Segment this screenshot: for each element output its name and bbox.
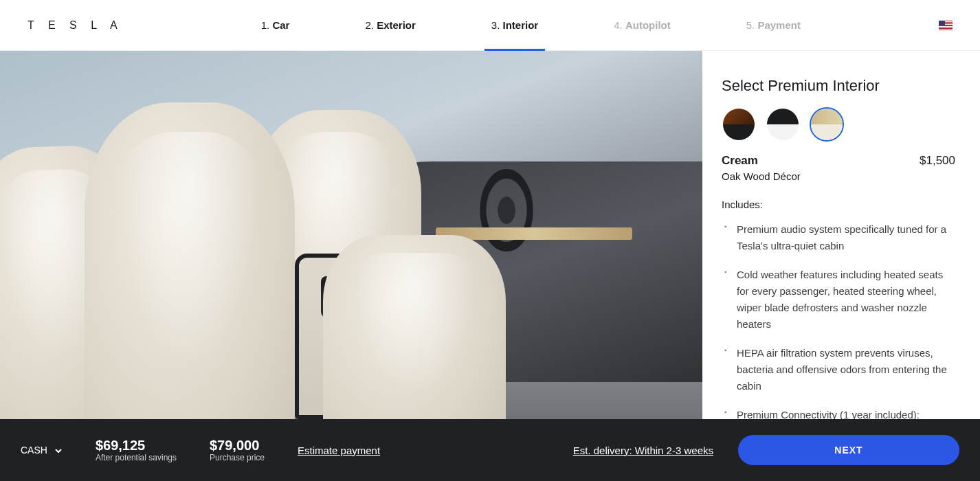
step-autopilot[interactable]: 4. Autopilot bbox=[607, 0, 678, 51]
feature-item: Premium audio system specifically tuned … bbox=[724, 221, 955, 254]
main-content: Select Premium Interior Cream $1,500 Oak… bbox=[0, 51, 980, 419]
payment-mode-dropdown[interactable]: CASH bbox=[21, 445, 63, 456]
includes-label: Includes: bbox=[722, 199, 955, 210]
footer-bar: CASH $69,125 After potential savings $79… bbox=[0, 419, 980, 481]
next-button[interactable]: NEXT bbox=[738, 435, 959, 465]
step-exterior[interactable]: 2. Exterior bbox=[358, 0, 422, 51]
feature-item: Cold weather features including heated s… bbox=[724, 267, 955, 333]
step-payment[interactable]: 5. Payment bbox=[739, 0, 808, 51]
delivery-estimate[interactable]: Est. delivery: Within 2-3 weeks bbox=[573, 445, 713, 456]
tesla-logo[interactable]: T E S L A bbox=[27, 19, 123, 32]
interior-swatches bbox=[722, 107, 955, 142]
selected-interior-decor: Oak Wood Décor bbox=[722, 170, 955, 182]
estimate-payment-link[interactable]: Estimate payment bbox=[298, 445, 380, 456]
config-steps: 1. Car 2. Exterior 3. Interior 4. Autopi… bbox=[123, 0, 939, 51]
swatch-cream[interactable] bbox=[810, 107, 844, 142]
feature-item: HEPA air filtration system prevents viru… bbox=[724, 345, 955, 394]
feature-item: Premium Connectivity (1 year included): … bbox=[724, 407, 955, 419]
swatch-black-brown[interactable] bbox=[722, 107, 756, 142]
purchase-price: $79,000 Purchase price bbox=[210, 438, 265, 462]
step-car[interactable]: 1. Car bbox=[254, 0, 297, 51]
features-list: Premium audio system specifically tuned … bbox=[722, 221, 955, 419]
header: T E S L A 1. Car 2. Exterior 3. Interior… bbox=[0, 0, 980, 51]
selected-interior-row: Cream $1,500 bbox=[722, 154, 955, 168]
swatch-black-white[interactable] bbox=[766, 107, 800, 142]
interior-preview-image bbox=[0, 51, 702, 419]
price-after-savings: $69,125 After potential savings bbox=[96, 438, 177, 462]
step-interior[interactable]: 3. Interior bbox=[485, 0, 545, 51]
selected-interior-price: $1,500 bbox=[920, 154, 955, 168]
locale-flag-us[interactable] bbox=[939, 21, 953, 30]
config-panel: Select Premium Interior Cream $1,500 Oak… bbox=[702, 51, 980, 419]
panel-title: Select Premium Interior bbox=[722, 77, 955, 95]
selected-interior-name: Cream bbox=[722, 154, 758, 168]
chevron-down-icon bbox=[54, 446, 63, 454]
